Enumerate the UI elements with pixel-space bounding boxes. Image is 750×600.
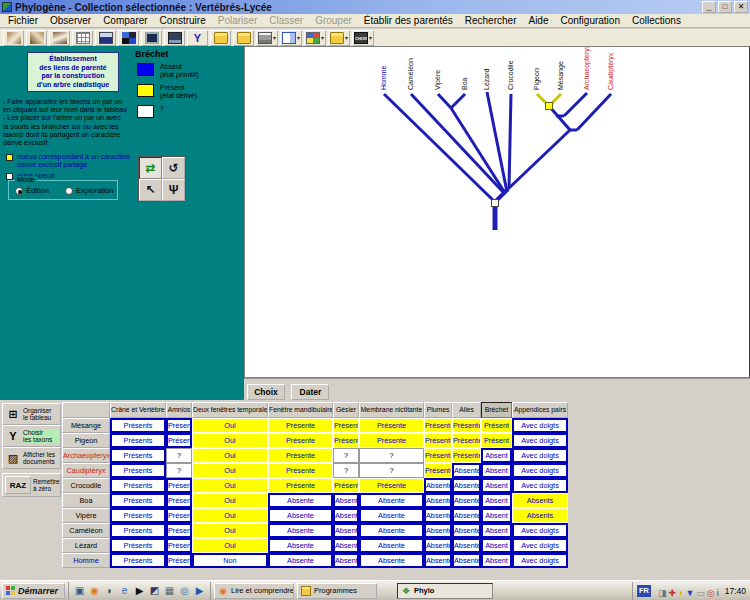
toolbar-tableau-grid-button[interactable]: [72, 30, 93, 46]
table-cell[interactable]: Absentes: [452, 553, 481, 568]
table-cell[interactable]: Présentes: [424, 418, 452, 433]
table-cell[interactable]: Absentes: [452, 478, 481, 493]
toolbar-dossier-button[interactable]: [233, 30, 254, 46]
table-cell[interactable]: Présent: [333, 478, 359, 493]
menu-aide[interactable]: Aide: [522, 15, 554, 26]
taxon-row-label[interactable]: Homme: [62, 553, 110, 568]
table-cell[interactable]: Présentes: [424, 448, 452, 463]
toolbar-imprimer-button[interactable]: ▾: [256, 30, 278, 46]
toolbar-ecran-button[interactable]: [141, 30, 162, 46]
table-cell[interactable]: Oui: [192, 493, 268, 508]
table-cell[interactable]: Absentes: [424, 538, 452, 553]
table-cell[interactable]: Absentes: [452, 538, 481, 553]
tray-info-icon[interactable]: i: [717, 588, 719, 598]
tree-branch[interactable]: [451, 108, 505, 193]
table-cell[interactable]: Oui: [192, 478, 268, 493]
table-cell[interactable]: Présents: [110, 508, 166, 523]
task-button-programmes[interactable]: Programmes: [297, 583, 377, 599]
column-header-5[interactable]: Gésier: [333, 402, 359, 418]
table-cell[interactable]: ?: [166, 463, 192, 478]
swap-branches-tool[interactable]: ⇄: [139, 157, 162, 179]
quicktime-icon[interactable]: ◎: [178, 584, 191, 597]
organiser-tableau-button[interactable]: ⊞ Organiser le tableau: [2, 403, 61, 425]
language-indicator[interactable]: FR: [637, 585, 651, 597]
table-cell[interactable]: Absent: [481, 478, 512, 493]
table-cell[interactable]: Présent: [333, 433, 359, 448]
table-cell[interactable]: Avec doigts: [512, 433, 568, 448]
toolbar-meuble-button[interactable]: [164, 30, 185, 46]
tree-branch[interactable]: [564, 93, 587, 116]
toolbar-construire-button[interactable]: [95, 30, 116, 46]
column-header-10[interactable]: Appendices pairs: [512, 402, 568, 418]
table-cell[interactable]: Présente: [268, 463, 333, 478]
browser2-icon[interactable]: ◗: [103, 584, 116, 597]
close-button[interactable]: ✕: [734, 1, 748, 13]
table-cell[interactable]: Présents: [110, 553, 166, 568]
table-cell[interactable]: Absent: [481, 463, 512, 478]
taxon-label-crocodile[interactable]: Crocodile: [507, 60, 514, 90]
table-cell[interactable]: Absent: [481, 523, 512, 538]
tray-shield-icon[interactable]: ▼: [685, 588, 694, 598]
table-cell[interactable]: Oui: [192, 523, 268, 538]
menu-fichier[interactable]: Fichier: [2, 15, 44, 26]
toolbar-fenetres-button[interactable]: ▾: [280, 30, 302, 46]
table-cell[interactable]: Absent: [333, 523, 359, 538]
taxon-row-label[interactable]: Pigeon: [62, 433, 110, 448]
table-cell[interactable]: Présente: [359, 433, 424, 448]
shared-character-node[interactable]: [546, 103, 553, 110]
toolbar-dossier-ouvert-button[interactable]: [210, 30, 231, 46]
table-cell[interactable]: Présente: [359, 418, 424, 433]
start-button[interactable]: Démarrer: [2, 583, 65, 599]
table-cell[interactable]: Absente: [268, 523, 333, 538]
menu-observer[interactable]: Observer: [44, 15, 97, 26]
column-header-4[interactable]: Fenêtre mandibulaire: [268, 402, 333, 418]
firefox-icon[interactable]: ◉: [88, 584, 101, 597]
table-cell[interactable]: Absents: [512, 493, 568, 508]
task-button-firefox[interactable]: ◉ Lire et comprendre les ar...: [214, 583, 294, 599]
column-header-8[interactable]: Ailes: [452, 402, 481, 418]
toolbar-observer-photo-button[interactable]: [26, 30, 47, 46]
table-cell[interactable]: Présents: [110, 493, 166, 508]
table-cell[interactable]: Absente: [268, 553, 333, 568]
table-cell[interactable]: Oui: [192, 448, 268, 463]
grid-app-icon[interactable]: ▦: [163, 584, 176, 597]
cladogram-canvas[interactable]: HommeCaméléonVipèreBoaLézardCrocodilePig…: [244, 46, 750, 378]
table-cell[interactable]: Présentes: [452, 448, 481, 463]
taxon-label-caudiptéryx[interactable]: Caudiptéryx: [607, 52, 615, 90]
table-cell[interactable]: ?: [333, 463, 359, 478]
toolbar-dossier-2-button[interactable]: ▾: [328, 30, 350, 46]
pointer-app-icon[interactable]: ▶: [133, 584, 146, 597]
taxon-label-mésange[interactable]: Mésange: [557, 61, 565, 90]
table-cell[interactable]: Absente: [359, 553, 424, 568]
tray-window-icon[interactable]: ▭: [696, 588, 705, 598]
table-cell[interactable]: Présents: [110, 418, 166, 433]
table-cell[interactable]: Présentes: [452, 418, 481, 433]
toolbar-choix-button[interactable]: CHOIX▾: [352, 30, 374, 46]
table-cell[interactable]: Présente: [268, 448, 333, 463]
table-cell[interactable]: Absente: [359, 508, 424, 523]
tree-branch[interactable]: [509, 94, 511, 188]
table-cell[interactable]: Présent: [166, 508, 192, 523]
designer-icon[interactable]: ◩: [148, 584, 161, 597]
root-node[interactable]: [492, 200, 499, 207]
table-cell[interactable]: Absentes: [452, 463, 481, 478]
table-cell[interactable]: Avec doigts: [512, 523, 568, 538]
column-header-6[interactable]: Membrane nictitante: [359, 402, 424, 418]
taxon-row-label[interactable]: Archaeopteryx: [62, 448, 110, 463]
taxon-label-vipère[interactable]: Vipère: [434, 70, 442, 90]
table-cell[interactable]: Absent: [481, 553, 512, 568]
pointer-tool[interactable]: ↖: [139, 179, 162, 201]
toolbar-specimens-photo-button[interactable]: [3, 30, 24, 46]
table-cell[interactable]: Absentes: [452, 508, 481, 523]
table-cell[interactable]: Avec doigts: [512, 463, 568, 478]
table-cell[interactable]: Oui: [192, 538, 268, 553]
menu-rechercher[interactable]: Rechercher: [459, 15, 523, 26]
raz-button[interactable]: RAZ: [5, 476, 31, 494]
taxon-row-label[interactable]: Crocodile: [62, 478, 110, 493]
taxon-label-caméléon[interactable]: Caméléon: [407, 58, 414, 90]
table-cell[interactable]: Présentes: [452, 433, 481, 448]
table-cell[interactable]: Absente: [359, 493, 424, 508]
table-cell[interactable]: Oui: [192, 463, 268, 478]
table-cell[interactable]: Présent: [166, 553, 192, 568]
afficher-documents-button[interactable]: ▨ Afficher les documents: [2, 447, 61, 469]
